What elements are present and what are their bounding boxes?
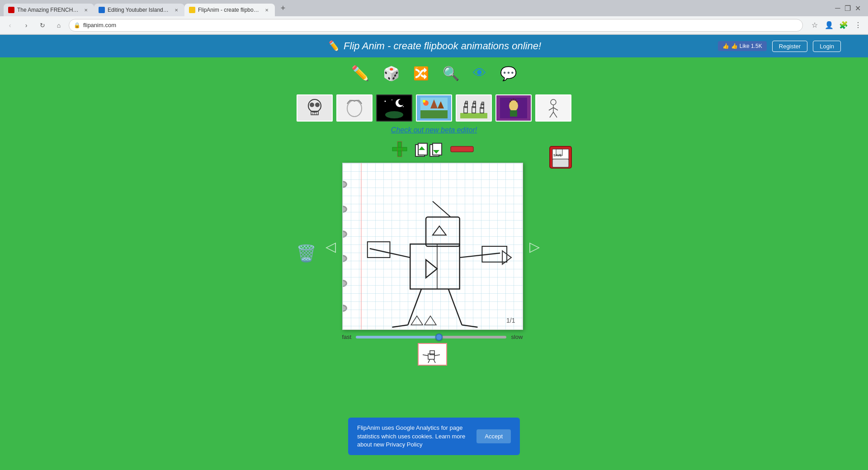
dice-icon: 🎲 [383, 66, 400, 81]
speech-tool[interactable]: 💬 [500, 66, 517, 81]
close-button[interactable]: ✕ [854, 5, 861, 11]
featured-thumb-4 [417, 95, 451, 121]
editor-row: 🗑️ [296, 141, 572, 366]
prev-frame-button[interactable]: ◁ [326, 239, 336, 254]
svg-point-35 [551, 99, 556, 105]
tab-1-close[interactable]: ✕ [82, 6, 90, 14]
svg-rect-48 [433, 143, 442, 155]
tab-1[interactable]: The Amazing FRENCH FRY R... ✕ [4, 4, 94, 16]
speech-bubble-icon: 💬 [500, 66, 517, 81]
svg-point-6 [315, 103, 320, 107]
frame-thumbnail-1[interactable] [418, 343, 447, 366]
speed-handle[interactable] [435, 334, 443, 341]
pencil-tool-icon: ✏️ [351, 65, 369, 82]
svg-marker-65 [411, 316, 423, 325]
svg-line-58 [448, 289, 462, 325]
frame-drawing [343, 163, 523, 329]
cookie-accept-button[interactable]: Accept [476, 429, 511, 443]
bookmark-button[interactable]: ☆ [808, 19, 821, 32]
cookie-text: FlipAnim uses Google Analytics for page … [357, 424, 467, 449]
svg-point-5 [310, 103, 314, 107]
thumbs-up-icon: 👍 [722, 43, 729, 49]
next-frame-button[interactable]: ▷ [529, 239, 540, 254]
site-header: ✏️ Flip Anim - create flipbook animation… [0, 35, 868, 57]
extensions-button[interactable]: 🧩 [837, 19, 850, 32]
svg-marker-61 [433, 226, 446, 235]
svg-rect-42 [392, 147, 407, 151]
svg-rect-21 [460, 113, 487, 118]
tab-3-favicon [189, 7, 195, 13]
speed-row: fast slow [342, 334, 523, 340]
notebook-nav-row: ◁ [326, 163, 540, 330]
address-bar[interactable]: 🔒 flipanim.com [69, 19, 803, 32]
svg-marker-66 [425, 316, 436, 325]
new-tab-button[interactable]: + [277, 2, 289, 14]
beta-editor-link[interactable]: Check out new beta editor! [391, 126, 477, 134]
speed-fast-label: fast [342, 334, 352, 340]
speed-slider[interactable] [356, 336, 506, 338]
add-frame-button[interactable] [392, 141, 408, 159]
animation-canvas[interactable]: 1/1 [342, 163, 523, 330]
tab-bar: The Amazing FRENCH FRY R... ✕ Editing Yo… [0, 0, 868, 16]
tab-3-close[interactable]: ✕ [263, 6, 270, 14]
featured-thumb-5 [457, 95, 491, 121]
dice-tool[interactable]: 🎲 [383, 66, 400, 81]
page-number: 1/1 [506, 317, 515, 324]
svg-point-20 [423, 100, 425, 103]
fb-like-button[interactable]: 👍 👍 Like 1.5K [718, 41, 766, 51]
svg-line-60 [462, 325, 477, 327]
svg-line-39 [550, 112, 553, 118]
nav-bar: ‹ › ↻ ⌂ 🔒 flipanim.com ☆ 👤 🧩 ⋮ [0, 16, 868, 34]
tab-2-close[interactable]: ✕ [173, 6, 180, 14]
search-tool[interactable]: 🔍 [443, 66, 459, 81]
tab-2-favicon [99, 7, 105, 13]
featured-item-3[interactable] [376, 94, 412, 122]
above-notebook-toolbar [392, 141, 474, 159]
register-button[interactable]: Register [772, 41, 807, 52]
featured-thumb-7 [536, 95, 571, 121]
svg-rect-55 [367, 242, 390, 258]
speed-slow-label: slow [511, 334, 523, 340]
forward-button[interactable]: › [20, 19, 33, 32]
pencil-tool[interactable]: ✏️ [351, 65, 369, 82]
home-button[interactable]: ⌂ [52, 19, 65, 32]
svg-rect-27 [474, 101, 476, 104]
featured-thumb-1 [297, 95, 332, 121]
svg-point-10 [398, 99, 405, 105]
address-text: flipanim.com [83, 22, 798, 28]
profile-button[interactable]: 👤 [823, 19, 835, 32]
tab-2-title: Editing Youtuber Island - My Sin... [108, 7, 170, 13]
svg-line-37 [549, 108, 553, 110]
header-right: 👍 👍 Like 1.5K Register Login [718, 41, 841, 52]
trash-button[interactable]: 🗑️ [296, 244, 316, 263]
svg-point-14 [385, 111, 403, 118]
eye-tool[interactable]: 👁 [473, 66, 486, 81]
svg-rect-50 [451, 146, 473, 152]
erase-button[interactable] [450, 145, 474, 155]
copy-frame-left-button[interactable] [415, 143, 443, 157]
minimize-button[interactable]: ─ [835, 5, 841, 11]
featured-item-4[interactable] [416, 94, 452, 122]
svg-line-64 [433, 202, 451, 217]
featured-row [297, 85, 571, 126]
svg-rect-52 [426, 217, 460, 246]
featured-item-7[interactable] [535, 94, 571, 122]
login-button[interactable]: Login [813, 41, 841, 52]
restore-button[interactable]: ❐ [844, 5, 851, 11]
refresh-button[interactable]: ↻ [36, 19, 49, 32]
frame-thumbnail-strip [418, 343, 447, 366]
back-button[interactable]: ‹ [4, 19, 16, 32]
featured-item-1[interactable] [297, 94, 333, 122]
tab-3[interactable]: FlipAnim - create flipbook anim... ✕ [184, 4, 275, 16]
tab-2[interactable]: Editing Youtuber Island - My Sin... ✕ [94, 4, 184, 16]
shuffle-icon: 🔀 [413, 66, 429, 81]
shuffle-tool[interactable]: 🔀 [413, 66, 429, 81]
featured-item-6[interactable] [495, 94, 532, 122]
featured-item-2[interactable] [336, 94, 373, 122]
featured-item-5[interactable] [456, 94, 492, 122]
menu-button[interactable]: ⋮ [852, 19, 864, 32]
eye-icon: 👁 [473, 66, 486, 81]
save-button[interactable]: SAVE [549, 146, 572, 171]
svg-line-38 [553, 108, 558, 110]
svg-rect-24 [466, 101, 467, 104]
